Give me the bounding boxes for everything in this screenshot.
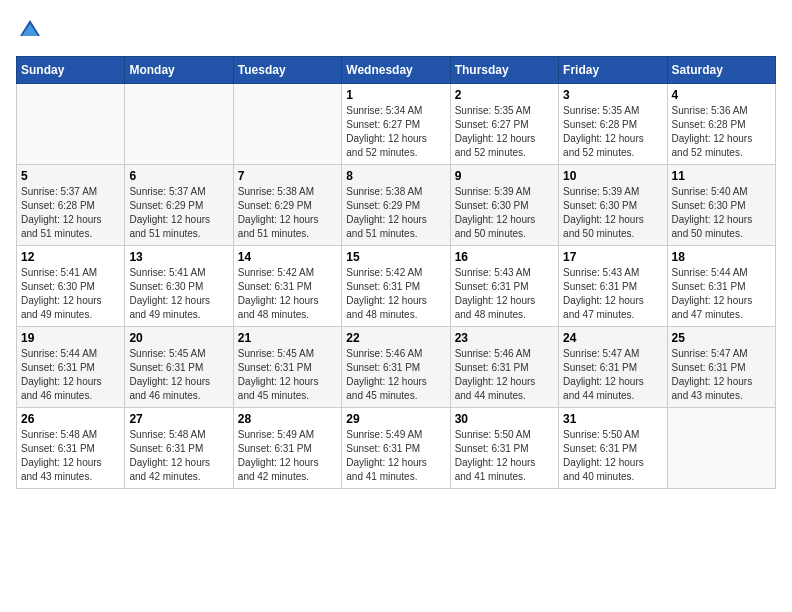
day-number: 21	[238, 331, 337, 345]
day-cell: 21Sunrise: 5:45 AMSunset: 6:31 PMDayligh…	[233, 327, 341, 408]
day-info: Sunrise: 5:45 AMSunset: 6:31 PMDaylight:…	[129, 347, 228, 403]
day-info: Sunrise: 5:39 AMSunset: 6:30 PMDaylight:…	[563, 185, 662, 241]
day-info: Sunrise: 5:48 AMSunset: 6:31 PMDaylight:…	[129, 428, 228, 484]
day-number: 1	[346, 88, 445, 102]
day-info: Sunrise: 5:47 AMSunset: 6:31 PMDaylight:…	[563, 347, 662, 403]
day-cell	[233, 84, 341, 165]
day-info: Sunrise: 5:46 AMSunset: 6:31 PMDaylight:…	[455, 347, 554, 403]
day-cell: 16Sunrise: 5:43 AMSunset: 6:31 PMDayligh…	[450, 246, 558, 327]
day-info: Sunrise: 5:49 AMSunset: 6:31 PMDaylight:…	[346, 428, 445, 484]
day-number: 17	[563, 250, 662, 264]
day-cell: 11Sunrise: 5:40 AMSunset: 6:30 PMDayligh…	[667, 165, 775, 246]
day-number: 8	[346, 169, 445, 183]
day-number: 25	[672, 331, 771, 345]
day-info: Sunrise: 5:38 AMSunset: 6:29 PMDaylight:…	[238, 185, 337, 241]
day-cell: 17Sunrise: 5:43 AMSunset: 6:31 PMDayligh…	[559, 246, 667, 327]
day-cell: 15Sunrise: 5:42 AMSunset: 6:31 PMDayligh…	[342, 246, 450, 327]
day-number: 30	[455, 412, 554, 426]
col-header-sunday: Sunday	[17, 57, 125, 84]
day-info: Sunrise: 5:42 AMSunset: 6:31 PMDaylight:…	[238, 266, 337, 322]
col-header-saturday: Saturday	[667, 57, 775, 84]
day-cell: 8Sunrise: 5:38 AMSunset: 6:29 PMDaylight…	[342, 165, 450, 246]
day-info: Sunrise: 5:41 AMSunset: 6:30 PMDaylight:…	[129, 266, 228, 322]
day-number: 18	[672, 250, 771, 264]
day-number: 22	[346, 331, 445, 345]
day-info: Sunrise: 5:42 AMSunset: 6:31 PMDaylight:…	[346, 266, 445, 322]
day-number: 26	[21, 412, 120, 426]
day-info: Sunrise: 5:41 AMSunset: 6:30 PMDaylight:…	[21, 266, 120, 322]
col-header-friday: Friday	[559, 57, 667, 84]
logo	[16, 16, 48, 44]
day-cell: 4Sunrise: 5:36 AMSunset: 6:28 PMDaylight…	[667, 84, 775, 165]
day-info: Sunrise: 5:48 AMSunset: 6:31 PMDaylight:…	[21, 428, 120, 484]
day-cell: 20Sunrise: 5:45 AMSunset: 6:31 PMDayligh…	[125, 327, 233, 408]
week-row-3: 12Sunrise: 5:41 AMSunset: 6:30 PMDayligh…	[17, 246, 776, 327]
calendar-header-row: SundayMondayTuesdayWednesdayThursdayFrid…	[17, 57, 776, 84]
day-cell	[125, 84, 233, 165]
day-number: 28	[238, 412, 337, 426]
logo-icon	[16, 16, 44, 44]
day-cell: 26Sunrise: 5:48 AMSunset: 6:31 PMDayligh…	[17, 408, 125, 489]
day-cell: 2Sunrise: 5:35 AMSunset: 6:27 PMDaylight…	[450, 84, 558, 165]
col-header-wednesday: Wednesday	[342, 57, 450, 84]
week-row-1: 1Sunrise: 5:34 AMSunset: 6:27 PMDaylight…	[17, 84, 776, 165]
day-info: Sunrise: 5:35 AMSunset: 6:27 PMDaylight:…	[455, 104, 554, 160]
col-header-monday: Monday	[125, 57, 233, 84]
day-cell: 19Sunrise: 5:44 AMSunset: 6:31 PMDayligh…	[17, 327, 125, 408]
day-info: Sunrise: 5:50 AMSunset: 6:31 PMDaylight:…	[563, 428, 662, 484]
day-cell: 5Sunrise: 5:37 AMSunset: 6:28 PMDaylight…	[17, 165, 125, 246]
day-cell: 30Sunrise: 5:50 AMSunset: 6:31 PMDayligh…	[450, 408, 558, 489]
day-number: 9	[455, 169, 554, 183]
day-number: 6	[129, 169, 228, 183]
day-cell: 9Sunrise: 5:39 AMSunset: 6:30 PMDaylight…	[450, 165, 558, 246]
day-info: Sunrise: 5:34 AMSunset: 6:27 PMDaylight:…	[346, 104, 445, 160]
day-cell: 6Sunrise: 5:37 AMSunset: 6:29 PMDaylight…	[125, 165, 233, 246]
day-info: Sunrise: 5:44 AMSunset: 6:31 PMDaylight:…	[21, 347, 120, 403]
day-number: 10	[563, 169, 662, 183]
day-cell: 3Sunrise: 5:35 AMSunset: 6:28 PMDaylight…	[559, 84, 667, 165]
day-number: 16	[455, 250, 554, 264]
day-number: 11	[672, 169, 771, 183]
day-number: 31	[563, 412, 662, 426]
day-number: 5	[21, 169, 120, 183]
day-info: Sunrise: 5:37 AMSunset: 6:29 PMDaylight:…	[129, 185, 228, 241]
day-cell: 10Sunrise: 5:39 AMSunset: 6:30 PMDayligh…	[559, 165, 667, 246]
day-number: 7	[238, 169, 337, 183]
day-number: 15	[346, 250, 445, 264]
col-header-thursday: Thursday	[450, 57, 558, 84]
day-info: Sunrise: 5:40 AMSunset: 6:30 PMDaylight:…	[672, 185, 771, 241]
day-info: Sunrise: 5:50 AMSunset: 6:31 PMDaylight:…	[455, 428, 554, 484]
day-info: Sunrise: 5:44 AMSunset: 6:31 PMDaylight:…	[672, 266, 771, 322]
day-cell: 23Sunrise: 5:46 AMSunset: 6:31 PMDayligh…	[450, 327, 558, 408]
week-row-2: 5Sunrise: 5:37 AMSunset: 6:28 PMDaylight…	[17, 165, 776, 246]
day-cell: 22Sunrise: 5:46 AMSunset: 6:31 PMDayligh…	[342, 327, 450, 408]
week-row-4: 19Sunrise: 5:44 AMSunset: 6:31 PMDayligh…	[17, 327, 776, 408]
day-number: 19	[21, 331, 120, 345]
week-row-5: 26Sunrise: 5:48 AMSunset: 6:31 PMDayligh…	[17, 408, 776, 489]
day-info: Sunrise: 5:37 AMSunset: 6:28 PMDaylight:…	[21, 185, 120, 241]
day-info: Sunrise: 5:39 AMSunset: 6:30 PMDaylight:…	[455, 185, 554, 241]
day-info: Sunrise: 5:35 AMSunset: 6:28 PMDaylight:…	[563, 104, 662, 160]
day-number: 14	[238, 250, 337, 264]
day-number: 2	[455, 88, 554, 102]
day-number: 24	[563, 331, 662, 345]
day-cell: 12Sunrise: 5:41 AMSunset: 6:30 PMDayligh…	[17, 246, 125, 327]
calendar-body: 1Sunrise: 5:34 AMSunset: 6:27 PMDaylight…	[17, 84, 776, 489]
day-info: Sunrise: 5:45 AMSunset: 6:31 PMDaylight:…	[238, 347, 337, 403]
day-cell: 1Sunrise: 5:34 AMSunset: 6:27 PMDaylight…	[342, 84, 450, 165]
day-cell: 18Sunrise: 5:44 AMSunset: 6:31 PMDayligh…	[667, 246, 775, 327]
day-info: Sunrise: 5:36 AMSunset: 6:28 PMDaylight:…	[672, 104, 771, 160]
day-number: 13	[129, 250, 228, 264]
day-number: 27	[129, 412, 228, 426]
day-cell: 25Sunrise: 5:47 AMSunset: 6:31 PMDayligh…	[667, 327, 775, 408]
day-cell: 24Sunrise: 5:47 AMSunset: 6:31 PMDayligh…	[559, 327, 667, 408]
day-info: Sunrise: 5:38 AMSunset: 6:29 PMDaylight:…	[346, 185, 445, 241]
day-cell	[667, 408, 775, 489]
day-number: 29	[346, 412, 445, 426]
page-header	[16, 16, 776, 44]
day-cell: 31Sunrise: 5:50 AMSunset: 6:31 PMDayligh…	[559, 408, 667, 489]
calendar-table: SundayMondayTuesdayWednesdayThursdayFrid…	[16, 56, 776, 489]
day-info: Sunrise: 5:43 AMSunset: 6:31 PMDaylight:…	[455, 266, 554, 322]
day-cell: 13Sunrise: 5:41 AMSunset: 6:30 PMDayligh…	[125, 246, 233, 327]
day-number: 3	[563, 88, 662, 102]
